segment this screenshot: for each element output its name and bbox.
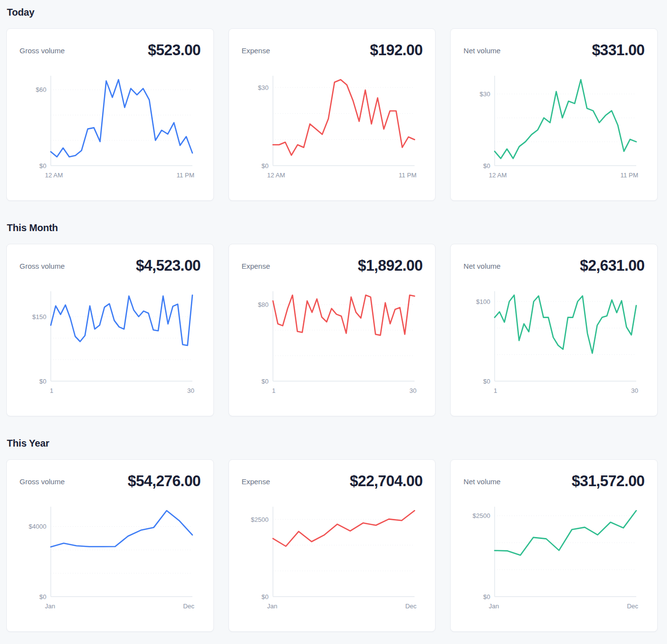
x-end-label: 30 xyxy=(188,387,194,394)
line-chart: $80$0130 xyxy=(242,285,424,402)
x-end-label: Dec xyxy=(405,602,417,610)
line-chart: $150$0130 xyxy=(20,285,202,402)
x-end-label: 30 xyxy=(409,387,416,394)
x-start-label: Jan xyxy=(267,602,277,610)
x-start-label: Jan xyxy=(45,602,55,610)
y-zero-label: $0 xyxy=(483,378,490,385)
card-header: Net volume$31,572.00 xyxy=(463,472,645,491)
metric-label: Gross volume xyxy=(20,262,65,270)
section-title: This Month xyxy=(7,201,658,244)
y-zero-label: $0 xyxy=(483,162,490,170)
metric-amount: $192.00 xyxy=(370,42,422,59)
metric-label: Gross volume xyxy=(20,46,65,55)
data-line xyxy=(51,80,192,157)
dashboard: Today Gross volume$523.00$60$012 AM11 PM… xyxy=(6,7,658,632)
card-header: Expense$1,892.00 xyxy=(242,256,423,276)
card-header: Net volume$2,631.00 xyxy=(463,256,645,276)
metric-card: Net volume$2,631.00$100$0130 xyxy=(450,244,658,416)
data-line xyxy=(51,511,192,547)
y-tick-label: $80 xyxy=(258,301,269,308)
x-start-label: 1 xyxy=(50,387,53,394)
metric-amount: $22,704.00 xyxy=(350,472,422,490)
x-end-label: 11 PM xyxy=(621,172,639,179)
y-zero-label: $0 xyxy=(40,378,46,385)
data-line xyxy=(273,80,415,155)
section-today: Today Gross volume$523.00$60$012 AM11 PM… xyxy=(6,7,658,201)
line-chart: $60$012 AM11 PM xyxy=(20,70,202,186)
metric-amount: $523.00 xyxy=(148,42,201,59)
line-chart: $100$0130 xyxy=(463,285,646,402)
x-start-label: 12 AM xyxy=(45,172,63,179)
line-chart: $4000$0JanDec xyxy=(20,501,202,617)
metric-card: Gross volume$54,276.00$4000$0JanDec xyxy=(6,459,214,632)
section-title: Today xyxy=(7,7,658,28)
card-header: Gross volume$4,523.00 xyxy=(20,256,201,276)
metric-label: Net volume xyxy=(463,46,500,55)
y-zero-label: $0 xyxy=(261,162,268,170)
y-zero-label: $0 xyxy=(40,593,46,601)
card-header: Expense$192.00 xyxy=(242,41,423,60)
x-end-label: 11 PM xyxy=(176,172,194,179)
card-row: Gross volume$523.00$60$012 AM11 PMExpens… xyxy=(6,28,658,201)
metric-amount: $31,572.00 xyxy=(572,472,645,490)
metric-amount: $331.00 xyxy=(592,42,645,59)
line-chart: $2500$0JanDec xyxy=(242,501,424,617)
x-end-label: Dec xyxy=(183,602,195,610)
data-line xyxy=(495,511,636,555)
y-tick-label: $150 xyxy=(32,313,46,321)
x-start-label: 12 AM xyxy=(489,172,507,179)
card-header: Gross volume$54,276.00 xyxy=(20,472,201,491)
section-this-month: This Month Gross volume$4,523.00$150$013… xyxy=(6,201,658,416)
card-header: Gross volume$523.00 xyxy=(20,41,201,60)
data-line xyxy=(273,511,415,546)
data-line xyxy=(495,295,636,353)
y-zero-label: $0 xyxy=(261,378,268,385)
line-chart: $30$012 AM11 PM xyxy=(463,70,646,186)
metric-label: Expense xyxy=(242,262,270,270)
metric-label: Expense xyxy=(242,477,270,486)
metric-label: Gross volume xyxy=(20,477,65,486)
metric-label: Expense xyxy=(242,46,270,55)
metric-card: Gross volume$523.00$60$012 AM11 PM xyxy=(6,28,214,201)
metric-card: Net volume$331.00$30$012 AM11 PM xyxy=(450,28,658,201)
metric-label: Net volume xyxy=(463,477,500,486)
y-zero-label: $0 xyxy=(261,593,268,601)
metric-card: Net volume$31,572.00$2500$0JanDec xyxy=(450,459,658,632)
y-zero-label: $0 xyxy=(40,162,46,170)
y-zero-label: $0 xyxy=(483,593,490,601)
card-row: Gross volume$4,523.00$150$0130Expense$1,… xyxy=(6,244,658,416)
x-start-label: 1 xyxy=(272,387,275,394)
metric-card: Expense$22,704.00$2500$0JanDec xyxy=(229,459,436,632)
x-start-label: 12 AM xyxy=(267,172,285,179)
metric-card: Gross volume$4,523.00$150$0130 xyxy=(6,244,214,416)
metric-amount: $2,631.00 xyxy=(580,257,645,275)
y-tick-label: $2500 xyxy=(473,512,490,519)
metric-amount: $1,892.00 xyxy=(358,257,423,275)
card-header: Expense$22,704.00 xyxy=(242,472,423,491)
metric-amount: $54,276.00 xyxy=(128,472,201,490)
data-line xyxy=(273,295,415,335)
metric-amount: $4,523.00 xyxy=(136,257,201,275)
section-this-year: This Year Gross volume$54,276.00$4000$0J… xyxy=(6,416,658,632)
y-tick-label: $30 xyxy=(480,90,491,98)
y-tick-label: $30 xyxy=(258,84,269,91)
x-end-label: 30 xyxy=(631,387,638,394)
line-chart: $30$012 AM11 PM xyxy=(242,70,424,186)
y-tick-label: $60 xyxy=(36,86,46,93)
metric-card: Expense$192.00$30$012 AM11 PM xyxy=(229,28,436,201)
y-tick-label: $100 xyxy=(476,298,490,305)
card-row: Gross volume$54,276.00$4000$0JanDecExpen… xyxy=(6,459,658,632)
data-line xyxy=(495,80,636,158)
x-start-label: 1 xyxy=(494,387,497,394)
x-end-label: Dec xyxy=(627,602,639,610)
x-end-label: 11 PM xyxy=(398,172,417,179)
x-start-label: Jan xyxy=(489,602,499,610)
metric-card: Expense$1,892.00$80$0130 xyxy=(229,244,436,416)
line-chart: $2500$0JanDec xyxy=(463,501,646,617)
y-tick-label: $2500 xyxy=(251,516,269,523)
metric-label: Net volume xyxy=(463,262,500,270)
y-tick-label: $4000 xyxy=(29,523,46,530)
card-header: Net volume$331.00 xyxy=(463,41,645,60)
section-title: This Year xyxy=(7,416,658,459)
